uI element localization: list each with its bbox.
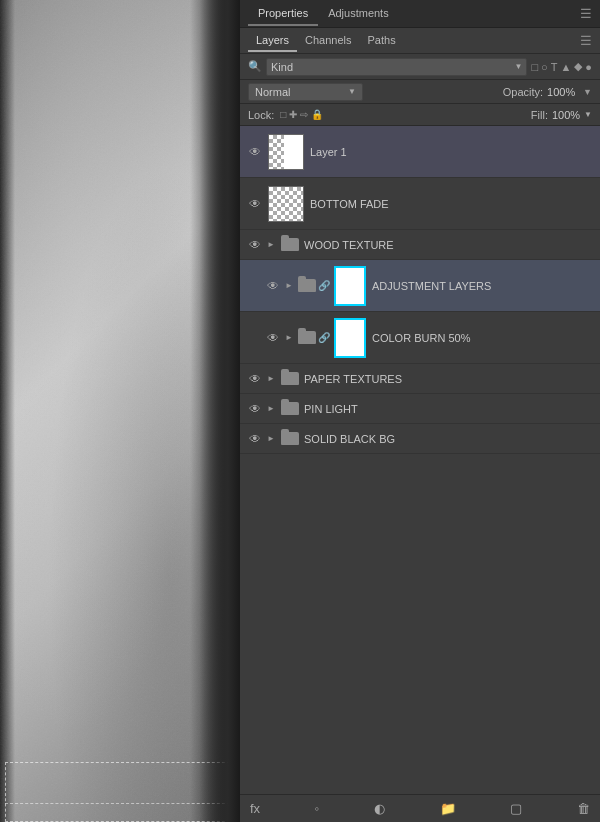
folder-color-burn: [298, 330, 316, 346]
folder-shape-adj: [298, 279, 316, 292]
layer-name-adjustment-layers: ADJUSTMENT LAYERS: [370, 280, 594, 292]
canvas-right-edge: [190, 0, 240, 822]
filter-dot-icon[interactable]: ●: [585, 61, 592, 73]
eye-icon-bottom-fade[interactable]: 👁: [246, 195, 264, 213]
filter-shape-icon[interactable]: ▲: [560, 61, 571, 73]
lock-icons-group: □ ✚ ⇨ 🔒: [280, 109, 323, 120]
eye-icon-adjustment-layers[interactable]: 👁: [264, 277, 282, 295]
fill-label: Fill:: [531, 109, 548, 121]
folder-shape-cb: [298, 331, 316, 344]
lock-artboard-icon[interactable]: ⇨: [300, 109, 308, 120]
eye-icon-paper-textures[interactable]: 👁: [246, 370, 264, 388]
tab-adjustments[interactable]: Adjustments: [318, 2, 399, 26]
layer-name-paper-textures: PAPER TEXTURES: [302, 373, 594, 385]
layer-name-bottom-fade: BOTTOM FADE: [308, 198, 594, 210]
thumbnail-layer1: [268, 134, 304, 170]
folder-adjustment-layers: [298, 278, 316, 294]
folder-shape: [281, 238, 299, 251]
selection-line: [5, 803, 235, 804]
thumbnail-adjustment-layers: [334, 266, 366, 306]
folder-solid-black-bg: [281, 431, 299, 447]
expand-color-burn[interactable]: ►: [282, 331, 296, 345]
lock-label: Lock:: [248, 109, 274, 121]
layer-row-bottom-fade[interactable]: 👁 BOTTOM FADE: [240, 178, 600, 230]
svg-rect-0: [0, 0, 240, 822]
filter-smart-icon[interactable]: ◆: [574, 60, 582, 73]
new-group-icon[interactable]: 📁: [438, 799, 458, 818]
delete-layer-icon[interactable]: 🗑: [575, 799, 592, 818]
filter-adjust-icon[interactable]: ○: [541, 61, 548, 73]
lock-pixels-icon[interactable]: □: [280, 109, 286, 120]
expand-adjustment-layers[interactable]: ►: [282, 279, 296, 293]
filter-pixel-icon[interactable]: □: [531, 61, 538, 73]
top-tabs-bar: Properties Adjustments ☰: [240, 0, 600, 28]
opacity-arrow[interactable]: ▼: [583, 87, 592, 97]
tab-channels[interactable]: Channels: [297, 30, 359, 52]
eye-icon-layer1[interactable]: 👁: [246, 143, 264, 161]
expand-wood-texture[interactable]: ►: [264, 238, 278, 252]
panel-bottom-toolbar: fx ◦ ◐ 📁 ▢ 🗑: [240, 794, 600, 822]
layer-mask-icon[interactable]: ◦: [313, 799, 322, 818]
blend-mode-row: Normal ▼ Opacity: 100% ▼: [240, 80, 600, 104]
filter-kind-dropdown[interactable]: Kind ▼: [266, 58, 527, 76]
layer-row-adjustment-layers[interactable]: 👁 ► 🔗 ADJUSTMENT LAYERS: [240, 260, 600, 312]
layer-style-icon[interactable]: fx: [248, 799, 262, 818]
blend-mode-dropdown[interactable]: Normal ▼: [248, 83, 363, 101]
eye-icon-solid-black-bg[interactable]: 👁: [246, 430, 264, 448]
eye-icon-pin-light[interactable]: 👁: [246, 400, 264, 418]
layer-row-layer1[interactable]: 👁 Layer 1: [240, 126, 600, 178]
panel-menu-icon[interactable]: ☰: [580, 6, 592, 21]
folder-shape-pt: [281, 372, 299, 385]
lock-move-icon[interactable]: ✚: [289, 109, 297, 120]
layer-row-pin-light[interactable]: 👁 ► PIN LIGHT: [240, 394, 600, 424]
fill-arrow[interactable]: ▼: [584, 110, 592, 119]
layer-row-paper-textures[interactable]: 👁 ► PAPER TEXTURES: [240, 364, 600, 394]
filter-icons-group: □ ○ T ▲ ◆ ●: [531, 60, 592, 73]
tab-paths[interactable]: Paths: [360, 30, 404, 52]
layer-name-layer1: Layer 1: [308, 146, 594, 158]
layer-panel-menu-icon[interactable]: ☰: [580, 33, 592, 48]
opacity-value[interactable]: 100%: [547, 86, 579, 98]
layer-tabs-bar: Layers Channels Paths ☰: [240, 28, 600, 54]
adjustment-layer-icon[interactable]: ◐: [372, 799, 387, 818]
canvas-texture: [0, 0, 240, 822]
folder-paper-textures: [281, 371, 299, 387]
expand-paper-textures[interactable]: ►: [264, 372, 278, 386]
thumbnail-color-burn: [334, 318, 366, 358]
chain-icon-cb: 🔗: [318, 332, 330, 344]
folder-shape-sb: [281, 432, 299, 445]
thumbnail-bottom-fade: [268, 186, 304, 222]
new-layer-icon[interactable]: ▢: [508, 799, 524, 818]
canvas-image: [0, 0, 240, 822]
layer-name-pin-light: PIN LIGHT: [302, 403, 594, 415]
fill-value[interactable]: 100%: [552, 109, 580, 121]
selection-marquee: [5, 762, 235, 822]
layer-name-solid-black-bg: SOLID BLACK BG: [302, 433, 594, 445]
filter-search-icon: 🔍: [248, 60, 262, 73]
layer-row-wood-texture[interactable]: 👁 ► WOOD TEXTURE: [240, 230, 600, 260]
layers-list: 👁 Layer 1 👁 BOTTOM FADE 👁 ► WOOD TEXTURE…: [240, 126, 600, 794]
folder-shape-pl: [281, 402, 299, 415]
opacity-label: Opacity:: [503, 86, 543, 98]
lock-all-icon[interactable]: 🔒: [311, 109, 323, 120]
tab-layers[interactable]: Layers: [248, 30, 297, 52]
filter-type-icon[interactable]: T: [551, 61, 558, 73]
expand-pin-light[interactable]: ►: [264, 402, 278, 416]
layer-row-solid-black-bg[interactable]: 👁 ► SOLID BLACK BG: [240, 424, 600, 454]
layer-name-color-burn: COLOR BURN 50%: [370, 332, 594, 344]
opacity-row: Opacity: 100% ▼: [503, 86, 592, 98]
layer-row-color-burn[interactable]: 👁 ► 🔗 COLOR BURN 50%: [240, 312, 600, 364]
right-panel: Properties Adjustments ☰ Layers Channels…: [240, 0, 600, 822]
eye-icon-color-burn[interactable]: 👁: [264, 329, 282, 347]
tab-properties[interactable]: Properties: [248, 2, 318, 26]
filter-row: 🔍 Kind ▼ □ ○ T ▲ ◆ ●: [240, 54, 600, 80]
thumbnail-white-adj: [336, 268, 364, 304]
expand-solid-black-bg[interactable]: ►: [264, 432, 278, 446]
chain-icon-adj: 🔗: [318, 280, 330, 292]
folder-pin-light: [281, 401, 299, 417]
eye-icon-wood-texture[interactable]: 👁: [246, 236, 264, 254]
thumbnail-white-half: [284, 135, 303, 169]
lock-fill-row: Lock: □ ✚ ⇨ 🔒 Fill: 100% ▼: [240, 104, 600, 126]
layer-name-wood-texture: WOOD TEXTURE: [302, 239, 594, 251]
thumbnail-white-cb: [336, 320, 364, 356]
